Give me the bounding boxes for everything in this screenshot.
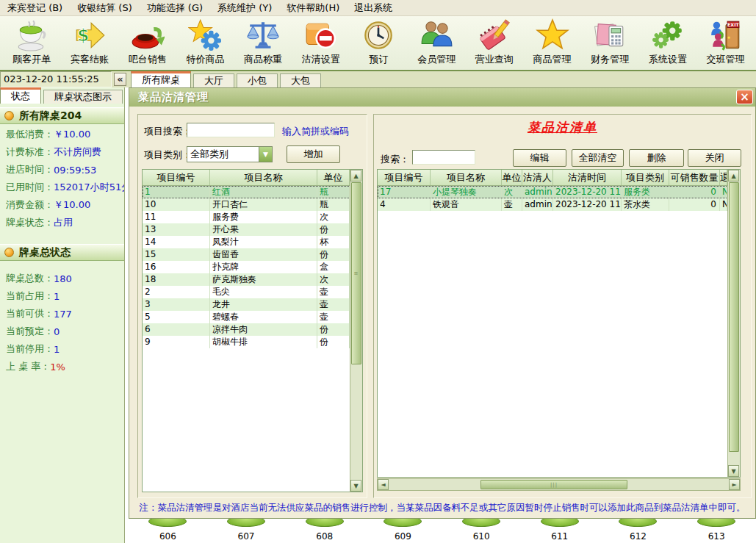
scroll-up-icon[interactable]: ▲ [350,170,361,181]
dialog-close-button[interactable]: × [736,90,753,104]
menu-item[interactable]: 收银结算 (S) [70,0,140,16]
scroll-down-icon[interactable]: ▼ [728,465,739,477]
soldout-search-input[interactable] [412,150,475,165]
table-icon-cell[interactable]: 611 [520,516,599,543]
table-row[interactable]: 9胡椒牛排份 [143,336,362,348]
menu-item[interactable]: 来宾登记 (B) [0,0,70,16]
menu-item[interactable]: 软件帮助(H) [279,0,347,16]
status-value: 不计房间费 [54,145,101,159]
table-row[interactable]: 2毛尖壶 [143,286,362,298]
item-search-label: 项目搜索： [144,125,192,138]
status-row: 当前预定：0 [0,323,124,340]
item-category-select[interactable]: 全部类别 ▼ [187,146,273,162]
table-row[interactable]: 4铁观音壶admin2023-12-20 11:5茶水类0N [378,198,740,211]
chevron-down-icon[interactable]: ▼ [259,147,272,162]
toolbar-button-teacup[interactable]: 顾客开单 [3,18,61,70]
table-icon-cell[interactable]: 613 [677,516,756,543]
scrollbar-thumb[interactable] [729,182,739,452]
table-icon-cell[interactable]: 606 [129,516,207,543]
table-cell: 14 [143,236,210,248]
table-number: 613 [708,531,725,542]
table-number: 606 [159,531,176,542]
status-value: 09:59:53 [54,165,96,176]
table-row[interactable]: 5碧螺春壶 [143,311,362,323]
scrollbar-thumb[interactable]: ≡ [351,182,361,364]
status-row: 当前可供：177 [0,305,124,323]
table-icon-cell[interactable]: 607 [207,516,286,543]
scrollbar-thumb[interactable]: ||| [480,480,627,489]
toolbar-button-business-query[interactable]: 营业查询 [466,18,524,70]
table-icon-cell[interactable]: 612 [599,516,677,543]
edit-button[interactable]: 编辑 [513,149,566,167]
table-cell: 次 [502,186,522,198]
toolbar-button-shift-exit[interactable]: EXIT交班管理 [696,18,755,70]
table-row[interactable]: 13开心果份 [143,223,362,236]
table-row[interactable]: 11服务费次 [143,211,362,223]
collapse-sidebar-button[interactable]: « [114,73,126,86]
status-row: 计费标准：不计房间费 [0,143,124,161]
toolbar-button-gears[interactable]: 系统设置 [639,18,697,70]
view-tab-3[interactable]: 小包 [237,73,278,87]
item-search-input[interactable] [187,123,275,137]
vertical-scrollbar[interactable]: ▲ ▼ [727,170,740,477]
table-icon-cell[interactable]: 608 [285,516,364,543]
toolbar-button-coffee-cup[interactable]: 吧台销售 [118,18,176,70]
table-row[interactable]: 17小提琴独奏次admin2023-12-20 11:5服务类0N [378,186,740,198]
horizontal-scrollbar[interactable]: ◄ ||| ► [377,478,741,491]
table-cell: 16 [143,261,210,273]
item-picker-panel: 项目搜索： 输入简拼或编码 项目类别： 全部类别 ▼ 增加 项目编号项目名称单位… [137,114,367,498]
view-tab-1[interactable]: 所有牌桌 [131,71,191,87]
status-row: 最低消费：￥10.00 [0,126,124,143]
toolbar-button-clock[interactable]: 预订 [350,18,408,70]
view-tab-2[interactable]: 大厅 [193,73,234,87]
table-row[interactable]: 18萨克斯独奏次 [143,273,362,286]
view-tab-4[interactable]: 大包 [280,73,321,87]
table-row[interactable]: 10开口杏仁瓶 [143,198,362,211]
column-header: 沽清人 [522,170,553,185]
table-icon-cell[interactable]: 610 [442,516,521,543]
toolbar-button-members[interactable]: 会员管理 [408,18,466,70]
table-cell: 龙井 [210,298,317,311]
column-header: 项目名称 [431,170,502,185]
menu-item[interactable]: 系统维护 (Y) [210,0,279,16]
toolbar-button-star-gear[interactable]: 特价商品 [176,18,234,70]
toolbar-button-soldout-stop[interactable]: 沽清设置 [292,18,350,70]
menu-item[interactable]: 功能选择 (G) [140,0,210,16]
toolbar-button-checkout-arrow[interactable]: $宾客结账 [61,18,119,70]
close-button[interactable]: 关闭 [688,149,741,167]
add-button[interactable]: 增加 [287,145,340,163]
table-row[interactable]: 16扑克牌盒 [143,261,362,273]
table-row[interactable]: 6凉拌牛肉份 [143,323,362,336]
toolbar-button-label: 交班管理 [707,53,745,66]
table-cell: 胡椒牛排 [210,336,317,348]
status-label: 当前可供： [6,307,54,320]
view-bar: 023-12-20 11:55:25 « 所有牌桌大厅小包大包 [0,71,756,87]
table-row[interactable]: 15齿留香份 [143,248,362,261]
delete-button[interactable]: 删除 [629,149,684,167]
table-row[interactable]: 14凤梨汁杯 [143,236,362,248]
table-row[interactable]: 3龙井壶 [143,298,362,311]
table-row[interactable]: 1红酒瓶 [143,186,362,198]
scroll-up-icon[interactable]: ▲ [728,170,739,181]
table-cell: 0 [669,186,720,198]
clock-icon [361,18,395,52]
scroll-left-icon[interactable]: ◄ [378,479,389,490]
status-row: 当前停用：1 [0,340,124,358]
toolbar-button-scale[interactable]: 商品称重 [234,18,292,70]
sidebar-tab-1[interactable]: 状态 [0,87,41,104]
clear-all-button[interactable]: 全部清空 [572,149,624,167]
view-tabs: 所有牌桌大厅小包大包 [131,71,323,87]
table-cell: 红酒 [210,186,317,198]
scroll-right-icon[interactable]: ► [729,479,740,490]
table-icon-cell[interactable]: 609 [364,516,442,543]
menu-item[interactable]: 退出系统 [347,0,400,16]
sidebar-tabs: 状态牌桌状态图示 [0,87,125,104]
toolbar-button-finance-calculator[interactable]: 财务管理 [581,18,639,70]
column-header: 单位 [317,170,350,185]
table-cell: 服务类 [622,186,669,198]
sidebar-tab-2[interactable]: 牌桌状态图示 [43,90,123,104]
vertical-scrollbar[interactable]: ▲ ≡ ▼ [350,170,362,492]
table-body: 17小提琴独奏次admin2023-12-20 11:5服务类0N4铁观音壶ad… [378,186,740,211]
scroll-down-icon[interactable]: ▼ [350,480,361,492]
toolbar-button-star[interactable]: 商品管理 [523,18,581,70]
